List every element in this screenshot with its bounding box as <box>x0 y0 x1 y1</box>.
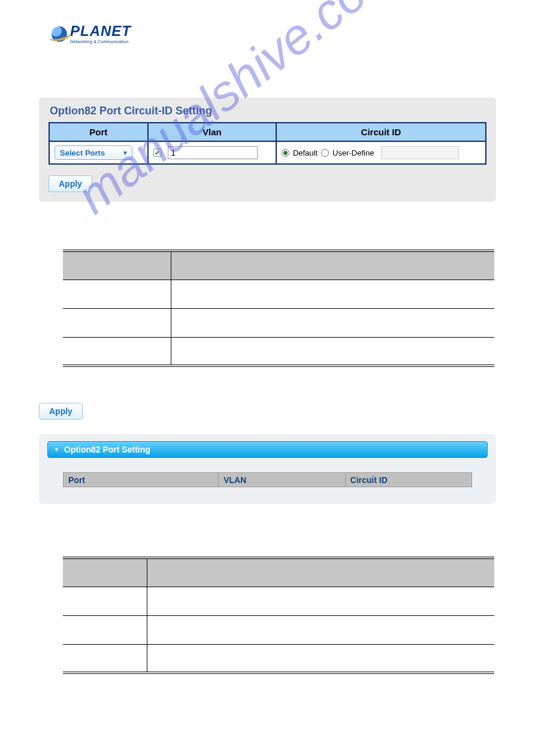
select-ports-dropdown[interactable]: Select Ports ▼ <box>55 145 132 160</box>
col-port-header: Port <box>49 123 148 141</box>
brand-logo: PLANET Networking & Communication <box>51 24 496 44</box>
logo-brand-text: PLANET <box>70 24 131 38</box>
desc2-r2-c1 <box>63 615 147 644</box>
desc1-r1-c2 <box>171 280 494 308</box>
desc2-hdr-col2 <box>147 558 494 587</box>
port-setting-table: Port VLAN Circuit ID <box>63 472 472 487</box>
user-define-input[interactable] <box>381 146 459 159</box>
p2-col-vlan: VLAN <box>219 473 345 487</box>
logo-tagline: Networking & Communication <box>70 40 131 44</box>
desc1-hdr-col2 <box>171 251 494 280</box>
desc2-r1-c1 <box>63 587 147 615</box>
vlan-checkbox[interactable]: ✔ <box>153 148 162 157</box>
radio-default-label: Default <box>293 148 318 157</box>
radio-user-define[interactable] <box>321 149 329 157</box>
radio-default[interactable] <box>282 149 289 157</box>
desc2-r1-c2 <box>147 587 494 615</box>
option82-circuit-id-panel: Option82 Port Circuit-ID Setting Port Vl… <box>39 98 496 202</box>
description-table-2 <box>63 557 494 674</box>
p2-col-port: Port <box>64 473 219 487</box>
radio-user-define-label: User-Define <box>333 148 374 157</box>
desc2-hdr-col1 <box>63 558 147 587</box>
desc2-r2-c2 <box>147 615 494 644</box>
col-vlan-header: Vlan <box>148 123 276 141</box>
description-table-1 <box>63 250 494 367</box>
apply-button-standalone[interactable]: Apply <box>39 403 83 420</box>
panel2-header-bar[interactable]: ▼ Option82 Port Setting <box>47 441 488 458</box>
chevron-down-icon: ▼ <box>122 150 128 156</box>
desc1-r3-c1 <box>63 337 171 366</box>
select-ports-label: Select Ports <box>60 148 105 157</box>
circuit-id-config-table: Port Vlan Circuit ID Select Ports ▼ ✔ <box>49 122 486 165</box>
desc2-r3-c1 <box>63 644 147 673</box>
desc1-hdr-col1 <box>63 251 171 280</box>
apply-button[interactable]: Apply <box>49 175 92 192</box>
desc1-r3-c2 <box>171 337 494 366</box>
col-circuit-header: Circuit ID <box>276 123 486 141</box>
p2-col-circuit: Circuit ID <box>345 473 471 487</box>
panel1-title: Option82 Port Circuit-ID Setting <box>49 98 486 122</box>
desc1-r2-c2 <box>171 308 494 337</box>
desc1-r1-c1 <box>63 280 171 308</box>
desc1-r2-c1 <box>63 308 171 337</box>
caret-down-icon: ▼ <box>54 447 59 453</box>
panel2-title: Option82 Port Setting <box>64 445 150 454</box>
globe-icon <box>51 26 68 42</box>
option82-port-setting-panel: ▼ Option82 Port Setting Port VLAN Circui… <box>39 434 496 504</box>
desc2-r3-c2 <box>147 644 494 673</box>
vlan-input[interactable] <box>168 146 258 159</box>
